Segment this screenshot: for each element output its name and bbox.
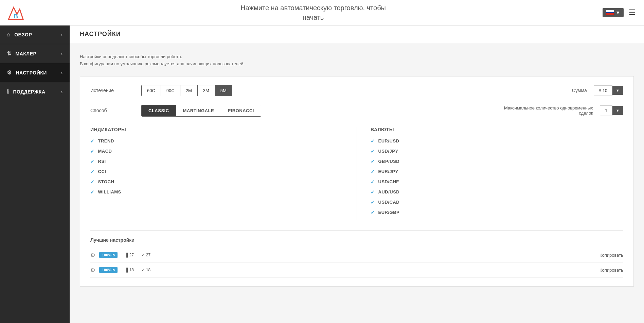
chevron-right-icon: › <box>61 89 63 95</box>
chevron-right-icon: › <box>61 51 63 56</box>
currency-audusd: ✓ AUD/USD <box>371 189 623 195</box>
settings-card: Истечение 60С 90С 2M 3M 5M Сумма $ 10 ▼ <box>80 76 634 287</box>
amount-label: Сумма <box>572 88 587 93</box>
currency-eurusd: ✓ EUR/USD <box>371 138 623 144</box>
badge-100-1: 100% в <box>99 252 118 258</box>
amount-select: $ 10 ▼ <box>594 85 623 96</box>
info-icon: ℹ <box>7 88 9 95</box>
method-martingale-button[interactable]: MARTINGALE <box>176 105 221 116</box>
checkmark-icon: ✓ <box>371 179 375 185</box>
indicators-title: Индикаторы <box>90 127 343 132</box>
header: B Нажмите на автоматическую торговлю, чт… <box>0 0 644 26</box>
page-title: НАСТРОЙКИ <box>80 31 634 38</box>
sidebar-label-settings: НАСТРОЙКИ <box>16 70 47 75</box>
indicator-williams: ✓ WILLIAMS <box>90 189 343 195</box>
checkmark-icon: ✓ <box>371 189 375 195</box>
expiry-5m-button[interactable]: 5M <box>215 85 232 96</box>
checkmark-icon: ✓ <box>371 210 375 215</box>
checkmark-icon: ✓ <box>90 189 95 195</box>
check-stat-2: ✓ 18 <box>141 268 150 272</box>
expiry-label: Истечение <box>90 88 141 93</box>
badge-100-2: 100% в <box>99 267 118 273</box>
sidebar-item-overview[interactable]: ⌂ ОБЗОР › <box>0 26 70 44</box>
currencies-section: Валюты ✓ EUR/USD ✓ USD/JPY ✓ GBP/USD ✓ <box>357 127 623 220</box>
checkmark-icon: ✓ <box>371 200 375 205</box>
chevron-right-icon: › <box>61 32 63 37</box>
bar-stat-1: ▐ 27 <box>125 253 134 257</box>
checkmark-icon: ✓ <box>371 159 375 164</box>
currency-eurjpy: ✓ EUR/JPY <box>371 169 623 174</box>
dropdown-arrow-icon: ▼ <box>615 10 620 15</box>
indicator-rsi: ✓ RSI <box>90 159 343 164</box>
settings-icon: ⚙ <box>7 69 12 76</box>
max-deals-select: 1 ▼ <box>600 105 623 116</box>
two-column-section: Индикаторы ✓ TREND ✓ MACD ✓ RSI ✓ <box>90 127 623 220</box>
method-classic-button[interactable]: CLASSIC <box>142 105 176 116</box>
currency-usdcad: ✓ USD/CAD <box>371 200 623 205</box>
header-title: Нажмите на автоматическую торговлю, чтоб… <box>24 3 603 22</box>
sidebar-label-broker: МАКЛЕР <box>16 51 37 56</box>
checkmark-icon: ✓ <box>371 149 375 154</box>
copy-button-2[interactable]: Копировать <box>600 268 623 273</box>
gear-icon: ⚙ <box>90 252 95 258</box>
currencies-title: Валюты <box>371 127 623 132</box>
settings-description: Настройки определяют способы торговли ро… <box>80 53 634 68</box>
indicator-trend: ✓ TREND <box>90 138 343 144</box>
method-fibonacci-button[interactable]: FIBONACCI <box>221 105 261 116</box>
chevron-right-icon: › <box>61 70 63 75</box>
flag-icon <box>606 10 614 15</box>
amount-dropdown-button[interactable]: ▼ <box>612 86 623 95</box>
expiry-90s-button[interactable]: 90С <box>161 85 180 96</box>
sidebar-label-support: ПОДДЕРЖКА <box>13 89 46 95</box>
checkmark-icon: ✓ <box>90 179 95 185</box>
sidebar: ⌂ ОБЗОР › ⇅ МАКЛЕР › ⚙ НАСТРОЙКИ › ℹ ПОД… <box>0 26 70 323</box>
checkmark-icon: ✓ <box>371 169 375 174</box>
currency-usdchf: ✓ USD/CHF <box>371 179 623 185</box>
check-stat-1: ✓ 27 <box>141 253 150 257</box>
broker-icon: ⇅ <box>7 50 12 57</box>
checkmark-icon: ✓ <box>371 138 375 144</box>
indicator-cci: ✓ CCI <box>90 169 343 174</box>
best-settings-section: Лучшие настройки ⚙ 100% в ▐ 27 ✓ 27 <box>90 230 623 278</box>
amount-display[interactable]: $ 10 <box>594 85 612 96</box>
indicator-macd: ✓ MACD <box>90 149 343 154</box>
language-button[interactable]: ▼ <box>603 8 624 17</box>
method-label: Способ <box>90 108 141 113</box>
sidebar-item-broker[interactable]: ⇅ МАКЛЕР › <box>0 44 70 63</box>
main-content: НАСТРОЙКИ Настройки определяют способы т… <box>70 26 644 323</box>
checkmark-icon: ✓ <box>141 253 145 257</box>
checkmark-icon: ✓ <box>90 149 95 154</box>
max-deals-dropdown-button[interactable]: ▼ <box>612 106 623 115</box>
checkmark-icon: ✓ <box>90 159 95 164</box>
expiry-3m-button[interactable]: 3M <box>197 85 215 96</box>
gear-icon: ⚙ <box>90 267 95 273</box>
max-deals-label: Максимальное количество одновременных сд… <box>491 105 593 116</box>
checkmark-icon: ✓ <box>141 268 145 272</box>
checkmark-icon: ✓ <box>90 138 95 144</box>
hamburger-menu-button[interactable]: ☰ <box>627 6 637 19</box>
bar-chart-icon: ▐ <box>125 253 128 257</box>
page-header: НАСТРОЙКИ <box>70 26 644 43</box>
sidebar-label-overview: ОБЗОР <box>14 32 32 37</box>
max-deals-display[interactable]: 1 <box>600 105 612 116</box>
method-button-group: CLASSIC MARTINGALE FIBONACCI <box>141 105 261 117</box>
checkmark-icon: ✓ <box>90 169 95 174</box>
settings-content: Настройки определяют способы торговли ро… <box>70 43 644 297</box>
currency-eurgbp: ✓ EUR/GBP <box>371 210 623 215</box>
indicators-section: Индикаторы ✓ TREND ✓ MACD ✓ RSI ✓ <box>90 127 357 220</box>
best-setting-row-2: ⚙ 100% в ▐ 18 ✓ 18 Копировать <box>90 263 623 278</box>
header-right: ▼ ☰ <box>603 6 637 19</box>
currency-usdjpy: ✓ USD/JPY <box>371 149 623 154</box>
sidebar-item-settings[interactable]: ⚙ НАСТРОЙКИ › <box>0 63 70 82</box>
svg-text:B: B <box>14 13 18 20</box>
best-settings-title: Лучшие настройки <box>90 237 623 243</box>
best-setting-row-1: ⚙ 100% в ▐ 27 ✓ 27 Копировать <box>90 248 623 263</box>
expiry-60s-button[interactable]: 60С <box>141 85 161 96</box>
copy-button-1[interactable]: Копировать <box>600 253 623 258</box>
sidebar-item-support[interactable]: ℹ ПОДДЕРЖКА › <box>0 82 70 101</box>
home-icon: ⌂ <box>7 32 10 38</box>
currency-gbpusd: ✓ GBP/USD <box>371 159 623 164</box>
bar-stat-2: ▐ 18 <box>125 268 134 272</box>
expiry-2m-button[interactable]: 2M <box>180 85 197 96</box>
expiry-button-group: 60С 90С 2M 3M 5M <box>141 85 232 96</box>
